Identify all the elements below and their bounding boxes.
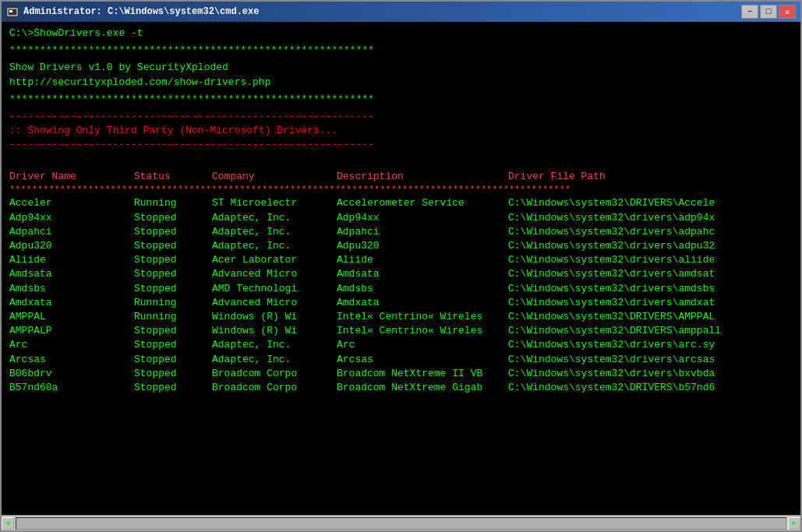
driver-path: C:\Windows\system32\DRIVERS\b57nd6 <box>508 381 793 395</box>
driver-desc: Arc <box>337 338 508 352</box>
table-row: Aliide Stopped Acer Laborator Aliide C:\… <box>9 253 793 267</box>
driver-name: Adpu320 <box>9 239 134 253</box>
driver-status: Running <box>134 296 212 310</box>
hscroll-track[interactable] <box>16 517 786 530</box>
close-button[interactable]: ✕ <box>779 5 796 19</box>
driver-status: Stopped <box>134 324 212 338</box>
driver-desc: Amdsbs <box>337 282 508 296</box>
driver-name: Arc <box>9 338 134 352</box>
table-row: Amdsata Stopped Advanced Micro Amdsata C… <box>9 267 793 281</box>
driver-path: C:\Windows\system32\drivers\bxvbda <box>508 367 793 381</box>
table-row: AMPPALP Stopped Windows (R) Wi Intel« Ce… <box>9 324 793 338</box>
driver-status: Stopped <box>134 225 212 239</box>
table-row: Adp94xx Stopped Adaptec, Inc. Adp94xx C:… <box>9 211 793 225</box>
driver-company: AMD Technologi <box>212 282 337 296</box>
driver-list: Acceler Running ST Microelectr Accelerom… <box>9 196 793 395</box>
driver-name: B06bdrv <box>9 367 134 381</box>
notice-text: :: Showing Only Third Party (Non-Microso… <box>9 124 793 138</box>
minimize-button[interactable]: − <box>741 5 758 19</box>
driver-name: Aliide <box>9 253 134 267</box>
bottom-scrollbar[interactable]: ◄ ► <box>2 515 800 530</box>
driver-path: C:\Windows\system32\drivers\aliide <box>508 253 793 267</box>
col-header-status: Status <box>134 170 212 184</box>
table-row: B57nd60a Stopped Broadcom Corpo Broadcom… <box>9 381 793 395</box>
driver-name: B57nd60a <box>9 381 134 395</box>
driver-path: C:\Windows\system32\drivers\adp94x <box>508 211 793 225</box>
driver-name: Amdsbs <box>9 282 134 296</box>
driver-desc: Amdsata <box>337 267 508 281</box>
col-header-path: Driver File Path <box>508 170 793 184</box>
maximize-button[interactable]: □ <box>760 5 777 19</box>
table-row: AMPPAL Running Windows (R) Wi Intel« Cen… <box>9 310 793 324</box>
driver-status: Stopped <box>134 381 212 395</box>
driver-status: Stopped <box>134 267 212 281</box>
col-separator: ****************************************… <box>9 184 793 197</box>
driver-path: C:\Windows\system32\drivers\adpu32 <box>508 239 793 253</box>
driver-company: Advanced Micro <box>212 267 337 281</box>
driver-desc: Broadcom NetXtreme Gigab <box>337 381 508 395</box>
header-line2: http://securityxploded.com/show-drivers.… <box>9 76 793 90</box>
scroll-left-btn[interactable]: ◄ <box>2 517 14 530</box>
driver-desc: Amdxata <box>337 296 508 310</box>
column-headers: Driver Name Status Company Description D… <box>9 170 793 184</box>
driver-name: AMPPAL <box>9 310 134 324</box>
header-line1: Show Drivers v1.0 by SecurityXploded <box>9 61 793 75</box>
driver-path: C:\Windows\system32\drivers\arc.sy <box>508 338 793 352</box>
driver-company: Adaptec, Inc. <box>212 338 337 352</box>
table-row: Adpahci Stopped Adaptec, Inc. Adpahci C:… <box>9 225 793 239</box>
driver-company: Adaptec, Inc. <box>212 225 337 239</box>
driver-name: Acceler <box>9 196 134 210</box>
driver-path: C:\Windows\system32\drivers\amdxat <box>508 296 793 310</box>
driver-name: AMPPALP <box>9 324 134 338</box>
driver-company: Windows (R) Wi <box>212 310 337 324</box>
table-row: Arc Stopped Adaptec, Inc. Arc C:\Windows… <box>9 338 793 352</box>
table-row: Arcsas Stopped Adaptec, Inc. Arcsas C:\W… <box>9 353 793 367</box>
titlebar: Administrator: C:\Windows\system32\cmd.e… <box>2 2 800 22</box>
table-row: Amdxata Running Advanced Micro Amdxata C… <box>9 296 793 310</box>
col-header-name: Driver Name <box>9 170 134 184</box>
scroll-right-btn[interactable]: ► <box>788 517 800 530</box>
driver-desc: Adp94xx <box>337 211 508 225</box>
table-row: B06bdrv Stopped Broadcom Corpo Broadcom … <box>9 367 793 381</box>
driver-status: Running <box>134 310 212 324</box>
red-sep-top: ----------------------------------------… <box>9 110 793 124</box>
console-output[interactable]: C:\>ShowDrivers.exe -t *****************… <box>2 22 800 515</box>
table-row: Adpu320 Stopped Adaptec, Inc. Adpu320 C:… <box>9 239 793 253</box>
driver-name: Adp94xx <box>9 211 134 225</box>
driver-name: Amdxata <box>9 296 134 310</box>
driver-name: Arcsas <box>9 353 134 367</box>
top-separator: ****************************************… <box>9 44 793 58</box>
driver-status: Stopped <box>134 338 212 352</box>
driver-desc: Intel« Centrino« Wireles <box>337 324 508 338</box>
driver-name: Amdsata <box>9 267 134 281</box>
driver-path: C:\Windows\system32\drivers\arcsas <box>508 353 793 367</box>
driver-company: Advanced Micro <box>212 296 337 310</box>
driver-path: C:\Windows\system32\drivers\adpahc <box>508 225 793 239</box>
driver-status: Stopped <box>134 282 212 296</box>
driver-path: C:\Windows\system32\drivers\amdsat <box>508 267 793 281</box>
driver-status: Stopped <box>134 353 212 367</box>
driver-company: Broadcom Corpo <box>212 381 337 395</box>
driver-desc: Broadcom NetXtreme II VB <box>337 367 508 381</box>
driver-company: Broadcom Corpo <box>212 367 337 381</box>
col-header-company: Company <box>212 170 337 184</box>
bottom-separator: ****************************************… <box>9 93 793 107</box>
command-line: C:\>ShowDrivers.exe -t <box>9 26 793 41</box>
driver-company: Acer Laborator <box>212 253 337 267</box>
driver-company: ST Microelectr <box>212 196 337 210</box>
col-header-desc: Description <box>337 170 508 184</box>
window-icon <box>6 5 19 18</box>
driver-status: Stopped <box>134 239 212 253</box>
table-row: Acceler Running ST Microelectr Accelerom… <box>9 196 793 210</box>
driver-desc: Arcsas <box>337 353 508 367</box>
driver-company: Adaptec, Inc. <box>212 353 337 367</box>
titlebar-left: Administrator: C:\Windows\system32\cmd.e… <box>6 5 259 18</box>
window-title: Administrator: C:\Windows\system32\cmd.e… <box>23 6 259 17</box>
driver-path: C:\Windows\system32\DRIVERS\amppall <box>508 324 793 338</box>
driver-path: C:\Windows\system32\DRIVERS\Accele <box>508 196 793 210</box>
driver-status: Stopped <box>134 367 212 381</box>
driver-path: C:\Windows\system32\drivers\amdsbs <box>508 282 793 296</box>
red-sep-bot: ----------------------------------------… <box>9 138 793 152</box>
driver-desc: Adpu320 <box>337 239 508 253</box>
driver-status: Running <box>134 196 212 210</box>
